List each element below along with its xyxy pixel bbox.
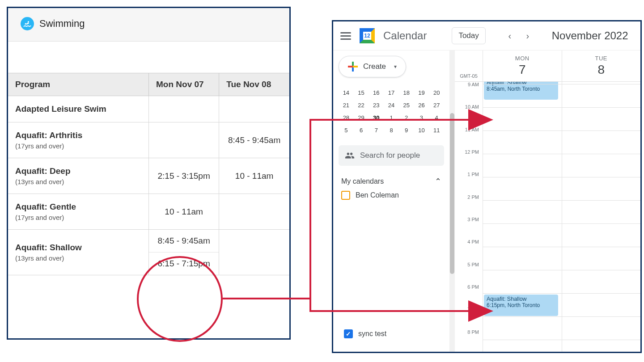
program-name: Aquafit: Deep — [15, 166, 141, 176]
search-people-input[interactable]: Search for people — [339, 145, 444, 166]
mini-day[interactable]: 1 — [384, 111, 399, 124]
app-title: Calendar — [383, 29, 427, 42]
table-row: Aquafit: Shallow (13yrs and over) 8:45 -… — [8, 230, 289, 275]
mini-day[interactable]: 22 — [354, 99, 369, 111]
mini-day[interactable]: 11 — [429, 124, 444, 136]
program-sub: (17yrs and over) — [15, 142, 141, 150]
mini-day[interactable]: 18 — [399, 86, 414, 99]
mini-day[interactable]: 19 — [414, 86, 429, 99]
plus-icon — [348, 62, 358, 72]
calendar-item-label: sync test — [358, 330, 386, 338]
mini-day[interactable]: 29 — [354, 111, 369, 124]
hour-label: 11 AM — [455, 127, 483, 149]
mini-day[interactable]: 3 — [414, 111, 429, 124]
schedule-table: Program Mon Nov 07 Tue Nov 08 Adapted Le… — [8, 73, 289, 275]
mini-day[interactable]: 14 — [339, 86, 354, 99]
next-icon[interactable]: › — [520, 28, 536, 44]
scrollbar[interactable] — [449, 51, 455, 352]
table-row: Aquafit: Deep (13yrs and over) 2:15 - 3:… — [8, 158, 289, 194]
event-subtitle: 6:15pm, North Toronto — [487, 302, 555, 308]
mini-day[interactable]: 17 — [384, 86, 399, 99]
cell: 6:15 - 7:15pm — [149, 253, 219, 275]
mini-day[interactable]: 5 — [339, 124, 354, 136]
calendar-item-label: Ben Coleman — [356, 191, 399, 199]
create-label: Create — [363, 62, 386, 71]
calendar-logo[interactable]: 12 — [358, 27, 376, 45]
hour-label: 5 PM — [455, 262, 483, 284]
hour-label: 10 AM — [455, 104, 483, 126]
scrollbar-thumb[interactable] — [450, 113, 454, 274]
month-label: November 2022 — [552, 29, 628, 42]
my-calendars-header[interactable]: My calendars ⌃ — [339, 177, 444, 186]
event-subtitle: 8:45am, North Toronto — [487, 86, 555, 92]
hour-label: 8 PM — [455, 329, 483, 352]
program-name: Aquafit: Shallow — [15, 243, 141, 253]
day-header-tue[interactable]: TUE 8 — [562, 51, 641, 81]
mini-day[interactable]: 6 — [354, 124, 369, 136]
nav-arrows: ‹ › — [502, 28, 536, 44]
mini-day[interactable]: 24 — [384, 99, 399, 111]
calendar-item-ben[interactable]: Ben Coleman — [339, 186, 444, 204]
mini-day[interactable]: 8 — [384, 124, 399, 136]
today-button[interactable]: Today — [452, 27, 485, 44]
mini-day[interactable]: 20 — [429, 86, 444, 99]
search-placeholder: Search for people — [360, 151, 420, 160]
day-number: 7 — [519, 63, 526, 77]
day-number: 8 — [597, 63, 605, 77]
day-column-mon[interactable]: Aquafit: Shallow 8:45am, North Toronto A… — [483, 82, 562, 352]
mini-day[interactable]: 4 — [429, 111, 444, 124]
menu-icon[interactable] — [340, 30, 351, 41]
program-sub: (17yrs and over) — [15, 214, 141, 221]
cell: 8:45 - 9:45am — [149, 230, 219, 253]
day-header-mon[interactable]: MON 7 — [483, 51, 562, 81]
event-chip[interactable]: Aquafit: Shallow 8:45am, North Toronto — [484, 82, 558, 100]
mini-day[interactable]: 23 — [369, 99, 384, 111]
day-column-tue[interactable] — [562, 82, 641, 352]
mini-day[interactable]: 2 — [399, 111, 414, 124]
mini-day[interactable]: 25 — [399, 99, 414, 111]
timezone-label: GMT-05 — [455, 51, 483, 81]
logo-day: 12 — [364, 33, 370, 39]
my-calendars-label: My calendars — [341, 177, 384, 185]
program-name: Adapted Leisure Swim — [15, 104, 141, 114]
mini-calendar[interactable]: 14 15 16 17 18 19 20 21 22 23 24 25 26 2… — [339, 86, 444, 136]
schedule-panel: Swimming Program Mon Nov 07 Tue Nov 08 A… — [7, 7, 291, 340]
mini-day[interactable]: 16 — [369, 86, 384, 99]
chevron-up-icon[interactable]: ⌃ — [435, 177, 441, 186]
calendar-item-sync[interactable]: sync test — [341, 325, 441, 343]
hour-labels: 9 AM 10 AM 11 AM 12 PM 1 PM 2 PM 3 PM 4 … — [455, 82, 483, 352]
hour-label: 12 PM — [455, 149, 483, 172]
mini-day[interactable]: 7 — [369, 124, 384, 136]
mini-day[interactable]: 26 — [414, 99, 429, 111]
cell: 10 - 11am — [149, 194, 219, 230]
create-button[interactable]: Create ▾ — [339, 56, 406, 77]
cell — [219, 230, 289, 275]
people-icon — [345, 151, 355, 160]
mini-day[interactable]: 9 — [399, 124, 414, 136]
event-chip[interactable]: Aquafit: Shallow 6:15pm, North Toronto — [484, 295, 558, 316]
chevron-down-icon: ▾ — [394, 63, 397, 70]
prev-icon[interactable]: ‹ — [502, 28, 518, 44]
dow-label: TUE — [595, 55, 608, 62]
mini-day[interactable]: 10 — [414, 124, 429, 136]
cell-split: 8:45 - 9:45am 6:15 - 7:15pm — [149, 230, 219, 275]
mini-day[interactable]: 27 — [429, 99, 444, 111]
mini-day[interactable]: 15 — [354, 86, 369, 99]
mini-day[interactable]: 21 — [339, 99, 354, 111]
dow-label: MON — [515, 55, 530, 62]
cell — [219, 194, 289, 230]
mini-day[interactable]: 30 — [369, 111, 384, 124]
col-program[interactable]: Program — [8, 73, 149, 96]
col-tue[interactable]: Tue Nov 08 — [219, 73, 289, 96]
table-row: Adapted Leisure Swim — [8, 96, 289, 122]
hour-label: 2 PM — [455, 194, 483, 217]
checkbox-unchecked[interactable] — [341, 191, 350, 200]
calendar-panel: 12 Calendar Today ‹ › November 2022 Crea… — [332, 20, 642, 353]
mini-day[interactable]: 28 — [339, 111, 354, 124]
calendar-sidebar: Create ▾ 14 15 16 17 18 19 20 21 22 23 2 — [333, 51, 449, 352]
cell — [149, 122, 219, 158]
schedule-title: Swimming — [39, 18, 85, 29]
checkbox-checked[interactable] — [344, 329, 353, 338]
col-mon[interactable]: Mon Nov 07 — [149, 73, 219, 96]
hour-label: 7 PM — [455, 307, 483, 329]
